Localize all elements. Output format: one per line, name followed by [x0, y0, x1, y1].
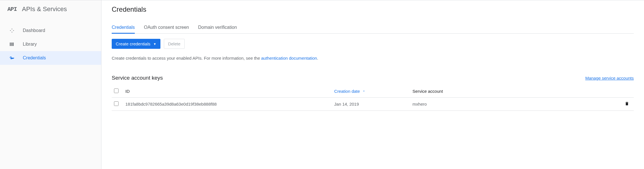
- creation-date-label: Creation date: [334, 89, 360, 94]
- sidebar-item-label: Library: [23, 42, 37, 47]
- sidebar-item-dashboard[interactable]: Dashboard: [0, 24, 101, 37]
- info-text-after: .: [317, 56, 318, 61]
- row-checkbox-cell: [112, 98, 123, 111]
- sidebar: API APIs & Services Dashboard Library: [0, 0, 101, 169]
- main-content: Credentials Credentials OAuth consent sc…: [101, 0, 644, 169]
- svg-rect-3: [13, 43, 14, 46]
- dashboard-icon: [9, 28, 15, 33]
- tabs: Credentials OAuth consent screen Domain …: [112, 22, 634, 34]
- dropdown-arrow-icon: ▼: [153, 42, 156, 46]
- manage-service-accounts-link[interactable]: Manage service accounts: [585, 76, 634, 81]
- section-title: Service account keys: [112, 75, 163, 81]
- row-service-account: mxhero: [410, 98, 622, 111]
- table-header-row: ID Creation date Service account: [112, 85, 634, 98]
- row-id: 181fa8bdc9782665a39d8a63e0d19f38eb888f88: [123, 98, 332, 111]
- trash-icon[interactable]: [625, 101, 629, 107]
- api-logo-icon: API: [7, 6, 17, 13]
- row-checkbox[interactable]: [114, 101, 119, 106]
- create-credentials-button[interactable]: Create credentials ▼: [112, 39, 160, 49]
- select-all-cell: [112, 85, 123, 98]
- section-header: Service account keys Manage service acco…: [112, 75, 634, 81]
- tab-credentials[interactable]: Credentials: [112, 22, 135, 34]
- delete-button[interactable]: Delete: [164, 39, 185, 49]
- svg-rect-1: [11, 43, 11, 46]
- select-all-checkbox[interactable]: [114, 88, 119, 93]
- chevron-down-icon: [362, 89, 366, 94]
- create-credentials-label: Create credentials: [116, 41, 150, 46]
- action-row: Create credentials ▼ Delete: [112, 39, 634, 49]
- sidebar-title: APIs & Services: [22, 5, 67, 13]
- svg-rect-0: [10, 43, 11, 46]
- info-text: Create credentials to access your enable…: [112, 56, 634, 61]
- tab-oauth-consent[interactable]: OAuth consent screen: [144, 22, 189, 34]
- table-row: 181fa8bdc9782665a39d8a63e0d19f38eb888f88…: [112, 98, 634, 111]
- page-title: Credentials: [112, 5, 634, 13]
- sidebar-item-label: Credentials: [23, 55, 46, 61]
- tab-domain-verification[interactable]: Domain verification: [198, 22, 237, 34]
- sidebar-nav: Dashboard Library Credentials: [0, 24, 101, 65]
- sidebar-item-label: Dashboard: [23, 28, 45, 33]
- service-account-keys-table: ID Creation date Service account: [112, 85, 634, 111]
- column-header-creation-date[interactable]: Creation date: [332, 85, 410, 98]
- auth-documentation-link[interactable]: authentication documentation: [261, 56, 317, 61]
- column-header-actions: [622, 85, 634, 98]
- library-icon: [9, 41, 15, 47]
- sidebar-item-library[interactable]: Library: [0, 37, 101, 51]
- column-header-service-account[interactable]: Service account: [410, 85, 622, 98]
- sidebar-item-credentials[interactable]: Credentials: [0, 51, 101, 65]
- sidebar-header: API APIs & Services: [0, 0, 101, 18]
- key-icon: [9, 55, 15, 61]
- row-delete-cell: [622, 98, 634, 111]
- info-text-before: Create credentials to access your enable…: [112, 56, 261, 61]
- row-creation-date: Jan 14, 2019: [332, 98, 410, 111]
- svg-rect-2: [12, 43, 13, 46]
- column-header-id[interactable]: ID: [123, 85, 332, 98]
